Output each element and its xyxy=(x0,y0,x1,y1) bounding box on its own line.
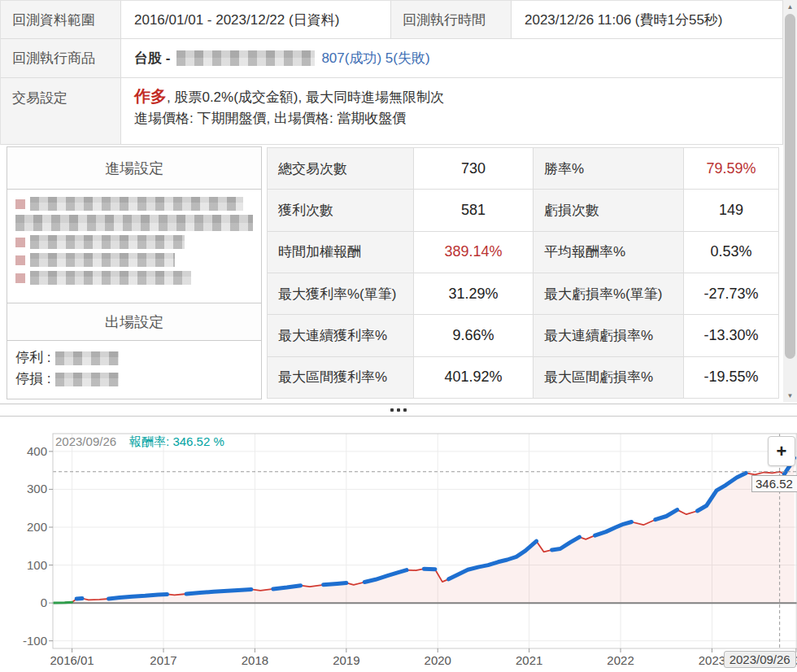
stat-label: 最大區間虧損率% xyxy=(534,357,684,399)
pane-splitter-handle[interactable] xyxy=(0,404,797,417)
stop-profit-row: 停利 : xyxy=(15,347,253,369)
stat-value: -13.30% xyxy=(684,315,779,356)
trade-settings-line1: 作多, 股票0.2%(成交金額), 最大同時進場無限制次 xyxy=(134,85,444,108)
trade-fees: , 股票0.2%(成交金額), 最大同時進場無限制次 xyxy=(167,89,444,105)
stat-value: 149 xyxy=(684,190,779,231)
x-axis-label: 2019 xyxy=(312,653,381,667)
backtest-info-table: 回測資料範圍 2016/01/01 - 2023/12/22 (日資料) 回測執… xyxy=(0,0,783,145)
range-value: 2016/01/01 - 2023/12/22 (日資料) xyxy=(121,1,391,39)
stat-label: 最大區間獲利率% xyxy=(268,357,414,399)
stat-value: 730 xyxy=(414,148,534,190)
scrollbar-thumb[interactable] xyxy=(785,14,795,359)
trade-settings-line2: 進場價格: 下期開盤價, 出場價格: 當期收盤價 xyxy=(134,108,406,129)
hover-value: 346.52 % xyxy=(172,434,224,448)
range-label: 回測資料範圍 xyxy=(1,1,121,39)
entry-settings-content xyxy=(7,190,261,303)
redacted-entry-condition xyxy=(15,271,253,285)
table-row: 總交易次數 730 勝率% 79.59% xyxy=(268,148,779,190)
y-axis-label: 400 xyxy=(8,444,47,458)
stop-loss-row: 停損 : xyxy=(15,369,253,390)
settings-panel: 進場設定 出場設定 停利 : 停損 : xyxy=(7,146,262,399)
crosshair-value-badge: 346.52 xyxy=(751,475,797,492)
entry-settings-title: 進場設定 xyxy=(7,147,261,190)
exec-time-label: 回測執行時間 xyxy=(391,1,512,39)
stat-value: 31.29% xyxy=(414,273,534,315)
y-axis-label: 100 xyxy=(8,558,47,572)
exit-settings-title: 出場設定 xyxy=(7,303,261,341)
exit-settings-content: 停利 : 停損 : xyxy=(7,341,261,396)
table-row: 時間加權報酬 389.14% 平均報酬率% 0.53% xyxy=(268,232,779,273)
zoom-in-button[interactable]: + xyxy=(768,436,795,466)
trade-direction: 作多 xyxy=(134,87,167,105)
trade-settings-label: 交易設定 xyxy=(1,78,121,145)
crosshair-date-badge: 2023/09/26 xyxy=(724,651,796,668)
exec-time-value: 2023/12/26 11:06 (費時1分55秒) xyxy=(512,1,783,39)
condition-bullet-icon xyxy=(15,273,25,283)
equity-curve-chart[interactable]: 2023/09/26報酬率: 346.52 % + 346.52 2023/09… xyxy=(0,419,797,672)
stat-value: 9.66% xyxy=(414,315,534,356)
product-result-link[interactable]: 807(成功) 5(失敗) xyxy=(321,49,429,68)
table-row: 最大區間獲利率% 401.92% 最大區間虧損率% -19.55% xyxy=(268,357,779,399)
stop-loss-label: 停損 : xyxy=(15,369,50,390)
stat-label: 最大虧損率%(單筆) xyxy=(534,273,684,315)
condition-bullet-icon xyxy=(15,238,25,247)
y-axis-label: 300 xyxy=(8,482,47,495)
table-row: 最大獲利率%(單筆) 31.29% 最大虧損率%(單筆) -27.73% xyxy=(268,273,779,315)
x-axis-label: 2016/01 xyxy=(38,653,107,667)
table-row: 回測執行商品 台股 - 807(成功) 5(失敗) xyxy=(1,39,783,78)
stop-profit-label: 停利 : xyxy=(15,347,50,369)
stat-label: 獲利次數 xyxy=(268,190,414,231)
y-axis-label: 0 xyxy=(8,596,47,609)
y-axis-label: 200 xyxy=(8,520,47,534)
chart-canvas[interactable] xyxy=(0,419,797,672)
condition-bullet-icon xyxy=(15,255,25,265)
series-label: 報酬率: xyxy=(129,434,169,448)
stat-value: 79.59% xyxy=(684,148,779,190)
x-axis-label: 2020 xyxy=(403,653,472,667)
stat-value: 389.14% xyxy=(414,232,534,273)
stat-value: -27.73% xyxy=(684,273,779,315)
stat-label: 虧損次數 xyxy=(534,190,684,231)
stat-label: 最大獲利率%(單筆) xyxy=(268,273,414,315)
stat-value: 0.53% xyxy=(684,232,779,273)
statistics-table: 總交易次數 730 勝率% 79.59% 獲利次數 581 虧損次數 149 時… xyxy=(267,147,779,399)
stat-label: 最大連續虧損率% xyxy=(534,315,684,356)
drag-handle-icon xyxy=(403,408,407,412)
redacted-stop-loss-value xyxy=(55,373,119,386)
redacted-entry-condition xyxy=(15,215,253,231)
stat-label: 時間加權報酬 xyxy=(268,232,414,273)
drag-handle-icon xyxy=(390,408,394,412)
redacted-entry-condition xyxy=(15,253,253,267)
x-axis-label: 2017 xyxy=(129,653,198,667)
redacted-stop-profit-value xyxy=(55,351,119,365)
stat-label: 總交易次數 xyxy=(268,148,414,190)
stat-value: 401.92% xyxy=(414,357,534,399)
table-row: 交易設定 作多, 股票0.2%(成交金額), 最大同時進場無限制次 進場價格: … xyxy=(1,78,783,145)
product-label: 回測執行商品 xyxy=(1,39,121,78)
drag-handle-icon xyxy=(397,408,400,412)
stat-value: -19.55% xyxy=(684,357,779,399)
table-row: 回測資料範圍 2016/01/01 - 2023/12/22 (日資料) 回測執… xyxy=(1,1,783,39)
x-axis-label: 2022 xyxy=(586,653,655,667)
x-axis-label: 2018 xyxy=(220,653,289,667)
hover-date: 2023/09/26 xyxy=(55,434,116,448)
redacted-entry-condition xyxy=(15,197,253,211)
stat-value: 581 xyxy=(414,190,534,231)
chart-hover-readout: 2023/09/26報酬率: 346.52 % xyxy=(55,434,224,450)
scroll-up-icon[interactable]: ▲ xyxy=(783,0,797,13)
product-market: 台股 - xyxy=(134,49,170,68)
condition-bullet-icon xyxy=(15,199,25,209)
redacted-product-name xyxy=(176,50,315,66)
redacted-entry-condition xyxy=(15,235,253,249)
table-row: 最大連續獲利率% 9.66% 最大連續虧損率% -13.30% xyxy=(268,315,779,356)
x-axis-label: 2021 xyxy=(495,653,564,667)
stat-label: 勝率% xyxy=(534,148,684,190)
trade-settings-value: 作多, 股票0.2%(成交金額), 最大同時進場無限制次 進場價格: 下期開盤價… xyxy=(121,78,783,145)
vertical-scrollbar[interactable]: ▲ ▼ xyxy=(783,0,797,402)
stat-label: 最大連續獲利率% xyxy=(268,315,414,356)
stat-label: 平均報酬率% xyxy=(534,232,684,273)
product-value: 台股 - 807(成功) 5(失敗) xyxy=(121,39,783,78)
y-axis-label: -100 xyxy=(8,634,47,648)
scroll-down-icon[interactable]: ▼ xyxy=(783,389,797,402)
table-row: 獲利次數 581 虧損次數 149 xyxy=(268,190,779,231)
